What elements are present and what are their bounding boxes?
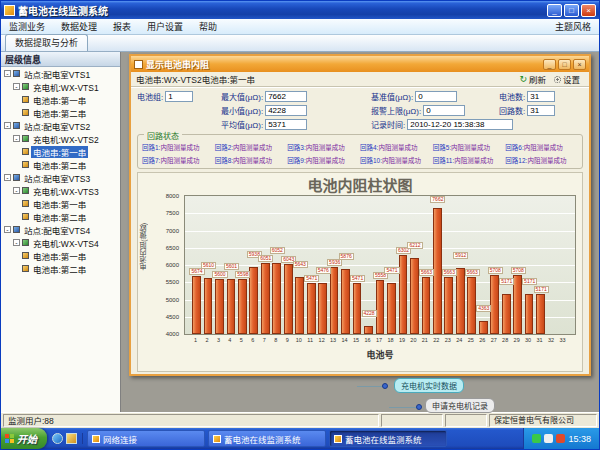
battery-count-field[interactable]: 31 bbox=[527, 91, 555, 102]
maximize-button[interactable]: □ bbox=[564, 4, 579, 17]
tree-node[interactable]: 电池串:第二串 bbox=[1, 106, 120, 119]
loop-name: 回路10: bbox=[360, 157, 382, 164]
taskbar-app-icon bbox=[92, 435, 100, 443]
tree-node-label: 电池串:第一串 bbox=[31, 146, 88, 158]
tree-node[interactable]: 电池串:第二串 bbox=[1, 210, 120, 223]
menu-items: 监测业务数据处理报表用户设置帮助 bbox=[1, 20, 225, 33]
dialog-maximize-button[interactable]: □ bbox=[558, 59, 571, 70]
settings-button[interactable]: 设置 bbox=[550, 73, 584, 85]
refresh-button[interactable]: ↻ 刷新 bbox=[515, 73, 550, 85]
taskbar-app-icon bbox=[334, 435, 342, 443]
tray-status-icon[interactable] bbox=[544, 434, 553, 443]
bar bbox=[249, 267, 258, 334]
base-value-field[interactable]: 0 bbox=[415, 91, 457, 102]
tree-collapse-toggle[interactable]: - bbox=[13, 83, 20, 90]
stats-panel: 电池组: 1 最大值(μΩ): 7662 基准值(μΩ): 0 电池数: 31 bbox=[131, 87, 589, 132]
tree-node[interactable]: -站点:配电室VTS2 bbox=[1, 119, 120, 132]
taskbar-app-icon bbox=[213, 435, 221, 443]
avg-value-field[interactable]: 5371 bbox=[265, 119, 307, 130]
title-bar[interactable]: 蓄电池在线监测系统 _ □ × bbox=[1, 1, 599, 19]
hierarchy-panel: 层级信息 -站点:配电室VTS1-充电机:WX-VTS1电池串:第一串电池串:第… bbox=[1, 52, 121, 412]
tree-node[interactable]: -站点:配电室VTS4 bbox=[1, 223, 120, 236]
tree-node[interactable]: 电池串:第一串 bbox=[1, 197, 120, 210]
tree-panel-header: 层级信息 bbox=[1, 52, 120, 67]
loop-status-group-title: 回路状态 bbox=[144, 130, 182, 141]
tree-collapse-toggle[interactable]: - bbox=[13, 187, 20, 194]
dialog-minimize-button[interactable]: _ bbox=[543, 59, 556, 70]
menu-item-3[interactable]: 报表 bbox=[105, 20, 139, 33]
bar-value-label: 5476 bbox=[316, 267, 331, 274]
tree-collapse-toggle[interactable]: - bbox=[4, 122, 11, 129]
tab-data-analysis[interactable]: 数据提取与分析 bbox=[5, 34, 88, 51]
field-label: 电池组: bbox=[137, 91, 163, 102]
tree-node[interactable]: -充电机:WX-VTS2 bbox=[1, 132, 120, 145]
menu-item-5[interactable]: 帮助 bbox=[191, 20, 225, 33]
tree-node[interactable]: -站点:配电室VTS3 bbox=[1, 171, 120, 184]
close-button[interactable]: × bbox=[581, 4, 596, 17]
start-button[interactable]: 开始 bbox=[1, 428, 47, 449]
loop-count-field[interactable]: 31 bbox=[527, 105, 555, 116]
gridline bbox=[185, 248, 575, 249]
x-axis-tick-label: 27 bbox=[489, 337, 499, 343]
charger-icon bbox=[22, 187, 29, 194]
tree-collapse-toggle[interactable]: - bbox=[4, 174, 11, 181]
dialog-icon bbox=[134, 60, 143, 69]
bar-value-label: 5601 bbox=[224, 263, 239, 270]
bar-value-label: 5171 bbox=[499, 278, 514, 285]
tree-collapse-toggle[interactable]: - bbox=[13, 239, 20, 246]
status-panel bbox=[381, 414, 443, 427]
y-axis-tick-label: 8000 bbox=[166, 193, 179, 199]
alarm-limit-field[interactable]: 0 bbox=[423, 105, 465, 116]
callout-charger-record[interactable]: 申请充电机记录 bbox=[425, 398, 495, 413]
show-desktop-icon[interactable] bbox=[66, 433, 77, 444]
tree-node[interactable]: 电池串:第一串 bbox=[1, 249, 120, 262]
tree-node[interactable]: 电池串:第二串 bbox=[1, 158, 120, 171]
minimize-button[interactable]: _ bbox=[547, 4, 562, 17]
bar bbox=[376, 280, 385, 334]
bar bbox=[490, 275, 499, 334]
tree-collapse-toggle[interactable]: - bbox=[13, 135, 20, 142]
x-axis-tick-label: 31 bbox=[535, 337, 545, 343]
callout-charger-realtime[interactable]: 充电机实时数据 bbox=[394, 378, 464, 393]
tree-node-label: 站点:配电室VTS3 bbox=[22, 172, 92, 184]
loop-status-item: 回路10:内阻测量成功 bbox=[360, 155, 433, 165]
window-title: 蓄电池在线监测系统 bbox=[18, 3, 547, 18]
tree-node[interactable]: -充电机:WX-VTS1 bbox=[1, 80, 120, 93]
bar-value-label: 5171 bbox=[534, 286, 549, 293]
menu-item-4[interactable]: 用户设置 bbox=[139, 20, 191, 33]
record-time-field[interactable]: 2010-12-20 15:38:38 bbox=[407, 119, 513, 130]
tree-node[interactable]: -充电机:WX-VTS4 bbox=[1, 236, 120, 249]
taskbar-button-1[interactable]: 网络连接 bbox=[87, 430, 205, 447]
battery-group-field[interactable]: 1 bbox=[165, 91, 193, 102]
tree-node[interactable]: 电池串:第二串 bbox=[1, 262, 120, 275]
tree-node[interactable]: -充电机:WX-VTS3 bbox=[1, 184, 120, 197]
taskbar-button-3[interactable]: 蓄电池在线监测系统 bbox=[329, 430, 447, 447]
menu-item-1[interactable]: 监测业务 bbox=[1, 20, 53, 33]
clock: 15:38 bbox=[568, 434, 591, 444]
min-value-field[interactable]: 4228 bbox=[265, 105, 307, 116]
bar-value-label: 6052 bbox=[270, 247, 285, 254]
dialog-close-button[interactable]: × bbox=[573, 59, 586, 70]
tree-collapse-toggle[interactable]: - bbox=[4, 70, 11, 77]
tree-node[interactable]: -站点:配电室VTS1 bbox=[1, 67, 120, 80]
y-axis-tick-label: 7000 bbox=[166, 228, 179, 234]
max-value-field[interactable]: 7662 bbox=[265, 91, 307, 102]
tree-node-label: 电池串:第二串 bbox=[31, 211, 88, 223]
gridline bbox=[185, 213, 575, 214]
dialog-title-bar[interactable]: 显示电池串内阻 _ □ × bbox=[131, 56, 589, 72]
tray-status-icon[interactable] bbox=[556, 434, 565, 443]
x-axis-tick-label: 28 bbox=[500, 337, 510, 343]
status-bar: 监测用户:88 保定恒普电气有限公司 bbox=[1, 412, 599, 428]
tray-status-icon[interactable] bbox=[532, 434, 541, 443]
tree-collapse-toggle[interactable]: - bbox=[4, 226, 11, 233]
menu-item-2[interactable]: 数据处理 bbox=[53, 20, 105, 33]
menu-theme-style[interactable]: 主题风格 bbox=[547, 20, 599, 33]
tree-node[interactable]: 电池串:第一串 bbox=[1, 93, 120, 106]
tree-node[interactable]: 电池串:第一串 bbox=[1, 145, 120, 158]
x-axis-tick-label: 15 bbox=[351, 337, 361, 343]
browser-icon[interactable] bbox=[52, 433, 63, 444]
taskbar-button-2[interactable]: 蓄电池在线监测系统 bbox=[208, 430, 326, 447]
loop-name: 回路12: bbox=[505, 157, 527, 164]
bar bbox=[341, 269, 350, 334]
x-axis-tick-label: 4 bbox=[225, 337, 235, 343]
